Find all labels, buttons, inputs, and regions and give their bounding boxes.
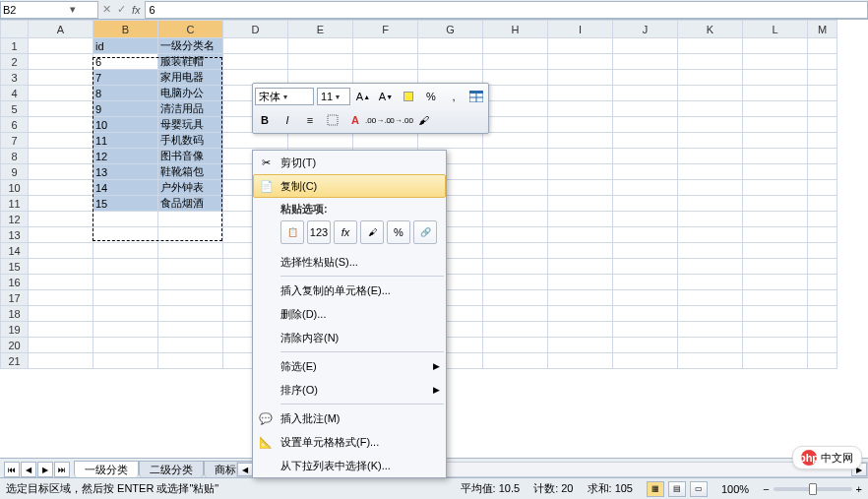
- cell-A7[interactable]: [29, 133, 93, 149]
- grow-font-icon[interactable]: A▲: [353, 87, 373, 106]
- cell-J3[interactable]: [613, 70, 678, 86]
- cell-B3[interactable]: 7: [93, 70, 158, 86]
- row-header-15[interactable]: 15: [1, 259, 29, 275]
- chevron-down-icon[interactable]: ▾: [49, 4, 95, 16]
- cell-C11[interactable]: 食品烟酒: [158, 196, 223, 212]
- cell-J17[interactable]: [613, 290, 678, 306]
- cell-C5[interactable]: 清洁用品: [158, 101, 223, 117]
- cell-B19[interactable]: [93, 322, 158, 338]
- cell-H6[interactable]: [483, 117, 548, 133]
- cell-B15[interactable]: [93, 259, 158, 275]
- col-header-G[interactable]: G: [418, 21, 483, 38]
- cell-I3[interactable]: [548, 70, 613, 86]
- cell-A15[interactable]: [29, 259, 93, 275]
- cell-K21[interactable]: [678, 353, 743, 369]
- cell-K15[interactable]: [678, 259, 743, 275]
- zoom-out-icon[interactable]: −: [763, 483, 769, 495]
- cell-K19[interactable]: [678, 322, 743, 338]
- ctx-cut[interactable]: ✂ 剪切(T): [253, 151, 446, 174]
- row-header-12[interactable]: 12: [1, 212, 29, 227]
- cell-K7[interactable]: [678, 133, 743, 149]
- cell-M5[interactable]: [808, 101, 837, 117]
- cell-K4[interactable]: [678, 86, 743, 101]
- cell-B9[interactable]: 13: [93, 164, 158, 180]
- cancel-icon[interactable]: ✕: [102, 3, 111, 16]
- zoom-thumb[interactable]: [809, 483, 817, 495]
- cell-G2[interactable]: [418, 54, 483, 70]
- zoom-slider[interactable]: [774, 487, 852, 491]
- fx-icon[interactable]: fx: [132, 4, 141, 16]
- cell-C8[interactable]: 图书音像: [158, 149, 223, 164]
- cell-L14[interactable]: [743, 243, 808, 259]
- cell-H20[interactable]: [483, 338, 548, 353]
- cell-J12[interactable]: [613, 212, 678, 227]
- cell-I10[interactable]: [548, 180, 613, 196]
- cell-L11[interactable]: [743, 196, 808, 212]
- cell-K16[interactable]: [678, 275, 743, 290]
- row-header-1[interactable]: 1: [1, 38, 29, 54]
- cell-H16[interactable]: [483, 275, 548, 290]
- cell-A6[interactable]: [29, 117, 93, 133]
- paste-formatting-icon[interactable]: 🖌: [360, 220, 384, 244]
- cell-H13[interactable]: [483, 227, 548, 243]
- fill-color-icon[interactable]: [399, 87, 418, 106]
- ctx-sort[interactable]: 排序(O)▶: [253, 378, 446, 402]
- cell-C18[interactable]: [158, 306, 223, 322]
- cell-B14[interactable]: [93, 243, 158, 259]
- cell-M4[interactable]: [808, 86, 837, 101]
- cell-H19[interactable]: [483, 322, 548, 338]
- cell-K8[interactable]: [678, 149, 743, 164]
- cell-J9[interactable]: [613, 164, 678, 180]
- ctx-format-cells[interactable]: 📐 设置单元格格式(F)...: [253, 430, 446, 454]
- cell-K12[interactable]: [678, 212, 743, 227]
- cell-K5[interactable]: [678, 101, 743, 117]
- confirm-icon[interactable]: ✓: [117, 3, 126, 16]
- cell-M15[interactable]: [808, 259, 837, 275]
- bold-icon[interactable]: B: [255, 110, 275, 130]
- cell-K9[interactable]: [678, 164, 743, 180]
- cell-C21[interactable]: [158, 353, 223, 369]
- row-header-11[interactable]: 11: [1, 196, 29, 212]
- cell-C19[interactable]: [158, 322, 223, 338]
- col-header-K[interactable]: K: [678, 21, 743, 38]
- cell-H4[interactable]: [483, 86, 548, 101]
- cell-M12[interactable]: [808, 212, 837, 227]
- cell-A11[interactable]: [29, 196, 93, 212]
- cell-L21[interactable]: [743, 353, 808, 369]
- cell-B18[interactable]: [93, 306, 158, 322]
- cell-B4[interactable]: 8: [93, 86, 158, 101]
- cell-M8[interactable]: [808, 149, 837, 164]
- cell-B6[interactable]: 10: [93, 117, 158, 133]
- cell-E1[interactable]: [288, 38, 353, 54]
- cell-M18[interactable]: [808, 306, 837, 322]
- row-header-2[interactable]: 2: [1, 54, 29, 70]
- cell-C1[interactable]: 一级分类名: [158, 38, 223, 54]
- name-box[interactable]: B2 ▾: [0, 1, 98, 19]
- cell-I18[interactable]: [548, 306, 613, 322]
- row-header-5[interactable]: 5: [1, 101, 29, 117]
- cell-B21[interactable]: [93, 353, 158, 369]
- table-format-icon[interactable]: [466, 87, 486, 106]
- col-header-J[interactable]: J: [613, 21, 678, 38]
- cell-A12[interactable]: [29, 212, 93, 227]
- col-header-I[interactable]: I: [548, 21, 613, 38]
- cell-I20[interactable]: [548, 338, 613, 353]
- cell-E2[interactable]: [288, 54, 353, 70]
- cell-A17[interactable]: [29, 290, 93, 306]
- cell-L2[interactable]: [743, 54, 808, 70]
- cell-D7[interactable]: [223, 133, 288, 149]
- cell-M21[interactable]: [808, 353, 837, 369]
- cell-L15[interactable]: [743, 259, 808, 275]
- cell-K1[interactable]: [678, 38, 743, 54]
- cell-L7[interactable]: [743, 133, 808, 149]
- cell-A19[interactable]: [29, 322, 93, 338]
- cell-J1[interactable]: [613, 38, 678, 54]
- cell-J13[interactable]: [613, 227, 678, 243]
- cell-B17[interactable]: [93, 290, 158, 306]
- cell-C13[interactable]: [158, 227, 223, 243]
- cell-L13[interactable]: [743, 227, 808, 243]
- cell-L5[interactable]: [743, 101, 808, 117]
- cell-I1[interactable]: [548, 38, 613, 54]
- cell-M14[interactable]: [808, 243, 837, 259]
- border-icon[interactable]: [323, 110, 342, 130]
